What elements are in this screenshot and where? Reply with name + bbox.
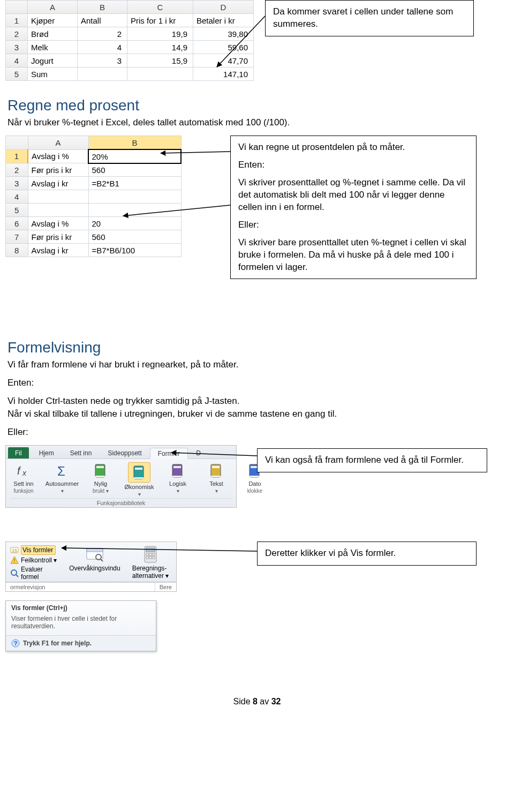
svg-rect-35 bbox=[149, 553, 152, 555]
book-yellow-icon bbox=[208, 462, 225, 479]
ribbon-logisk[interactable]: Logisk▾ bbox=[164, 462, 191, 497]
watch-window-icon bbox=[86, 545, 104, 563]
ribbon-sett-inn[interactable]: fxSett innfunksjon bbox=[10, 462, 37, 497]
vis-formler-button[interactable]: 15 Vis formler bbox=[10, 545, 61, 555]
callout-click-vis-formler: Deretter klikker vi på Vis formler. bbox=[257, 542, 477, 566]
tooltip-help-text: Trykk F1 for mer hjelp. bbox=[23, 640, 92, 647]
callout-percent-methods: Vi kan regne ut prosentdelen på to måter… bbox=[230, 136, 477, 279]
enten-label: Enten: bbox=[7, 378, 507, 388]
svg-rect-39 bbox=[153, 557, 155, 559]
fx-icon: fx bbox=[15, 462, 32, 479]
callout-sum-result: Da kommer svaret i cellen under tallene … bbox=[265, 0, 474, 36]
svg-line-31 bbox=[101, 559, 103, 561]
svg-point-26 bbox=[11, 570, 17, 575]
svg-rect-10 bbox=[135, 468, 142, 470]
formelvisning-intro: Vi får fram formlene vi har brukt i regn… bbox=[7, 359, 507, 370]
section-label-ormelrevisjon: ormelrevisjon bbox=[6, 583, 155, 591]
ribbon-formler: Fil Hjem Sett inn Sideoppsett Formler D … bbox=[5, 445, 237, 508]
tab-hjem[interactable]: Hjem bbox=[31, 447, 62, 458]
svg-rect-13 bbox=[173, 466, 181, 468]
show-formulas-icon: 15 bbox=[10, 546, 19, 554]
svg-rect-38 bbox=[149, 557, 152, 559]
col-A: A bbox=[28, 1, 78, 14]
svg-rect-17 bbox=[211, 476, 221, 477]
calc-options-button[interactable]: Beregnings-alternativer ▾ bbox=[129, 545, 172, 580]
ribbon-section-label: Funksjonsbibliotek bbox=[10, 498, 232, 507]
callout-go-to-formler: Vi kan også få fram formlene ved å gå ti… bbox=[257, 448, 487, 472]
excel-table-shopping: A B C D 1KjøperAntallPris for 1 i krBeta… bbox=[5, 0, 254, 81]
tab-sett-inn[interactable]: Sett inn bbox=[62, 447, 100, 458]
ribbon-autosummer[interactable]: ΣAutosummer▾ bbox=[49, 462, 75, 497]
tab-d[interactable]: D bbox=[188, 447, 209, 458]
excel-table-percent: A B 1Avslag i %20% 2Før pris i kr560 3Av… bbox=[5, 136, 182, 257]
tooltip-vis-formler: Vis formler (Ctrl+j) Viser formelen i hv… bbox=[5, 600, 156, 651]
help-icon: ? bbox=[11, 639, 20, 648]
svg-rect-37 bbox=[146, 557, 148, 559]
feilkontroll-button[interactable]: ! Feilkontroll ▾ bbox=[10, 556, 61, 565]
book-green-icon bbox=[92, 462, 109, 479]
svg-text:15: 15 bbox=[12, 548, 17, 553]
page-footer: Side 8 av 32 bbox=[0, 697, 514, 706]
watch-window-button[interactable]: Overvåkingsvindu bbox=[70, 545, 119, 572]
evaluer-formel-button[interactable]: Evaluer formel bbox=[10, 566, 61, 581]
ribbon-økonomisk[interactable]: Økonomisk▾ bbox=[126, 462, 153, 497]
ribbon-tekst[interactable]: Tekst▾ bbox=[203, 462, 230, 497]
eller-label: Eller: bbox=[7, 427, 507, 438]
svg-rect-34 bbox=[146, 553, 148, 555]
col-C: C bbox=[127, 1, 193, 14]
tab-sideoppsett[interactable]: Sideoppsett bbox=[100, 447, 149, 458]
svg-rect-11 bbox=[134, 477, 143, 479]
svg-text:?: ? bbox=[14, 640, 18, 646]
sigma-icon: Σ bbox=[54, 462, 71, 479]
svg-rect-33 bbox=[146, 548, 155, 552]
section-label-bere: Bere bbox=[155, 583, 176, 591]
svg-rect-36 bbox=[153, 553, 155, 555]
ctrl-j-line: Vi holder Ctrl-tasten nede og trykker sa… bbox=[7, 396, 507, 407]
svg-text:!: ! bbox=[14, 558, 16, 564]
svg-rect-20 bbox=[250, 476, 259, 477]
col-B: B bbox=[88, 136, 181, 150]
svg-text:f: f bbox=[17, 465, 21, 477]
col-D: D bbox=[193, 1, 254, 14]
ribbon-formula-auditing: 15 Vis formler ! Feilkontroll ▾ bbox=[5, 542, 177, 582]
tab-fil[interactable]: Fil bbox=[8, 447, 29, 458]
intro-text-prosent: Når vi bruker %-tegnet i Excel, deles ta… bbox=[7, 117, 507, 128]
calculator-icon bbox=[141, 545, 160, 563]
svg-rect-8 bbox=[95, 476, 105, 477]
svg-line-27 bbox=[16, 575, 18, 577]
book-teal-icon bbox=[128, 462, 150, 483]
svg-rect-14 bbox=[172, 476, 182, 477]
tooltip-title: Vis formler (Ctrl+j) bbox=[6, 601, 156, 613]
tab-formler[interactable]: Formler bbox=[150, 448, 188, 459]
svg-rect-16 bbox=[212, 466, 220, 468]
heading-formelvisning: Formelvisning bbox=[7, 339, 507, 356]
col-A: A bbox=[28, 136, 88, 150]
tooltip-body: Viser formelen i hver celle i stedet for… bbox=[6, 613, 156, 635]
svg-text:Σ: Σ bbox=[57, 464, 65, 478]
book-purple-icon bbox=[169, 462, 186, 479]
col-B: B bbox=[78, 1, 127, 14]
heading-regne-med-prosent: Regne med prosent bbox=[7, 97, 507, 114]
error-check-icon: ! bbox=[10, 556, 19, 565]
svg-rect-29 bbox=[87, 548, 103, 552]
back-line: Når vi skal tilbake til tallene i utregn… bbox=[7, 409, 507, 419]
svg-text:x: x bbox=[22, 469, 27, 477]
ribbon-nylig[interactable]: Nyligbrukt ▾ bbox=[87, 462, 114, 497]
svg-rect-7 bbox=[96, 466, 104, 468]
evaluate-formula-icon bbox=[10, 569, 19, 577]
